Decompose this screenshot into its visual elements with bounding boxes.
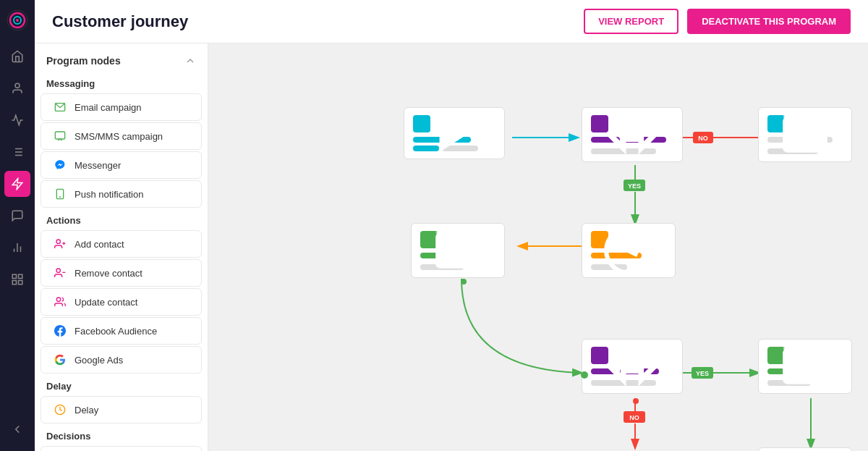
deactivate-button[interactable]: DEACTIVATE THIS PROGRAM: [687, 9, 851, 34]
email-icon: [53, 100, 67, 114]
svg-text:YES: YES: [696, 370, 709, 377]
content-area: Program nodes Messaging Email campaign S…: [35, 43, 868, 451]
messaging-section-title: Messaging: [35, 72, 208, 92]
svg-text:YES: YES: [628, 182, 641, 190]
svg-point-28: [56, 298, 60, 301]
nav-automation-icon[interactable]: [4, 171, 30, 197]
view-report-button[interactable]: VIEW REPORT: [584, 9, 678, 34]
connector-dot-2: [633, 398, 639, 404]
svg-rect-16: [19, 274, 22, 278]
sidebar-title: Program nodes: [46, 55, 121, 67]
connector-dot-3: [461, 279, 467, 284]
add-contact-icon: [53, 237, 67, 251]
google-ads-label: Google Ads: [75, 355, 123, 366]
left-navigation: [0, 0, 35, 451]
svg-text:NO: NO: [629, 414, 639, 421]
nav-expand-icon[interactable]: [4, 416, 30, 442]
svg-rect-32: [693, 132, 713, 143]
sms-icon: [53, 129, 67, 143]
svg-rect-20: [55, 132, 64, 139]
page-header: Customer journey VIEW REPORT DEACTIVATE …: [35, 0, 868, 43]
nav-home-icon[interactable]: [4, 43, 30, 69]
google-icon: [53, 353, 67, 367]
delay-section-title: Delay: [35, 375, 208, 395]
main-container: Customer journey VIEW REPORT DEACTIVATE …: [35, 0, 868, 451]
nav-messages-icon[interactable]: [4, 203, 30, 229]
decisions-section-title: Decisions: [35, 425, 208, 444]
sidebar-item-add-contact[interactable]: Add contact: [41, 230, 202, 258]
delay-label: Delay: [75, 405, 98, 416]
push-notification-label: Push notification: [75, 189, 143, 200]
header-actions: VIEW REPORT DEACTIVATE THIS PROGRAM: [584, 9, 851, 34]
node-bottom-right[interactable]: [758, 447, 852, 451]
email-node-top[interactable]: [758, 107, 852, 162]
sidebar-header: Program nodes: [35, 52, 208, 72]
sidebar-item-facebook-audience[interactable]: Facebook Audience: [41, 317, 202, 345]
sidebar-item-google-ads[interactable]: Google Ads: [41, 346, 202, 374]
svg-text:NO: NO: [698, 135, 708, 142]
sms-campaign-label: SMS/MMS campaign: [75, 131, 163, 142]
add-contact-label: Add contact: [75, 239, 124, 250]
page-title: Customer journey: [52, 12, 188, 31]
app-logo[interactable]: [6, 9, 29, 32]
update-contact-label: Update contact: [75, 297, 137, 308]
sidebar-item-messenger[interactable]: Messenger: [41, 151, 202, 179]
nav-lists-icon[interactable]: [4, 139, 30, 165]
connector-dot: [581, 371, 588, 379]
svg-rect-17: [12, 281, 16, 284]
svg-point-26: [56, 269, 60, 272]
email-node-mid[interactable]: [411, 223, 505, 278]
svg-marker-11: [12, 179, 22, 190]
program-nodes-sidebar: Program nodes Messaging Email campaign S…: [35, 43, 208, 451]
decision-node-top[interactable]: [582, 107, 683, 162]
svg-point-4: [15, 83, 20, 88]
actions-section-title: Actions: [35, 209, 208, 229]
email-campaign-label: Email campaign: [75, 102, 142, 113]
sidebar-item-sms-campaign[interactable]: SMS/MMS campaign: [41, 122, 202, 150]
facebook-icon: [53, 324, 67, 338]
svg-rect-15: [12, 274, 16, 278]
sidebar-item-delay[interactable]: Delay: [41, 396, 202, 423]
remove-contact-icon: [53, 266, 67, 280]
decision-node-mid[interactable]: [582, 339, 683, 394]
push-icon: [53, 187, 67, 201]
nav-contacts-icon[interactable]: [4, 75, 30, 101]
nav-dashboard-icon[interactable]: [4, 266, 30, 292]
svg-rect-35: [624, 180, 645, 191]
messenger-label: Messenger: [75, 160, 121, 171]
flow-canvas[interactable]: NO YES YES NO: [208, 43, 868, 451]
delay-icon: [53, 402, 67, 417]
sidebar-item-update-contact[interactable]: Update contact: [41, 288, 202, 316]
sidebar-item-email-campaign[interactable]: Email campaign: [41, 93, 202, 121]
sidebar-item-remove-contact[interactable]: Remove contact: [41, 259, 202, 287]
sidebar-item-decision[interactable]: Decision: [41, 446, 202, 451]
svg-rect-40: [692, 367, 713, 379]
delay-node[interactable]: [582, 223, 676, 278]
update-contact-icon: [53, 295, 67, 309]
svg-point-23: [56, 240, 60, 243]
collapse-icon[interactable]: [184, 55, 196, 67]
sidebar-item-push-notification[interactable]: Push notification: [41, 180, 202, 208]
email-node-right[interactable]: [758, 339, 852, 394]
facebook-audience-label: Facebook Audience: [75, 326, 157, 337]
messenger-icon: [53, 158, 67, 172]
nav-reports-icon[interactable]: [4, 235, 30, 261]
svg-rect-44: [624, 411, 645, 423]
svg-rect-18: [19, 281, 22, 284]
nav-analytics-icon[interactable]: [4, 107, 30, 133]
svg-point-3: [16, 19, 19, 22]
remove-contact-label: Remove contact: [75, 268, 142, 279]
trigger-node[interactable]: [404, 107, 505, 159]
